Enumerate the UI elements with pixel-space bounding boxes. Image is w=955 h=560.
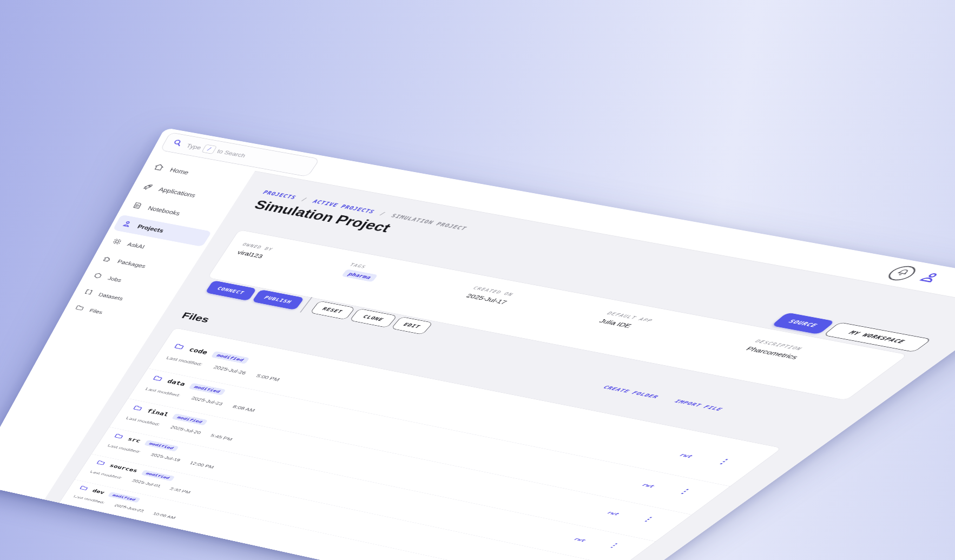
kebab-menu-icon[interactable]: ⋮ bbox=[715, 458, 733, 466]
folder-icon bbox=[74, 304, 86, 313]
search-placeholder: Type / to Search bbox=[185, 141, 248, 160]
kebab-menu-icon[interactable]: ⋮ bbox=[606, 542, 622, 549]
hexagon-icon bbox=[91, 272, 104, 281]
permission-badge: rwt bbox=[678, 452, 694, 459]
file-name[interactable]: src bbox=[127, 436, 142, 444]
modified-badge: modified bbox=[189, 383, 226, 395]
breadcrumb-separator: / bbox=[298, 196, 311, 203]
rocket-icon bbox=[141, 182, 155, 192]
puzzle-icon bbox=[101, 254, 114, 263]
brackets-icon bbox=[82, 288, 95, 297]
bell-icon bbox=[892, 268, 912, 279]
description-field: DESCRIPTION Pharcometrics bbox=[744, 339, 809, 360]
home-icon bbox=[152, 162, 166, 173]
folder-icon bbox=[62, 509, 73, 516]
files-heading: Files bbox=[180, 311, 212, 325]
folder-icon bbox=[95, 459, 107, 467]
file-name[interactable]: code bbox=[188, 346, 209, 355]
permission-badge: rwt bbox=[606, 510, 621, 516]
sidebar-item-label: Files bbox=[88, 308, 103, 315]
folder-icon bbox=[112, 432, 125, 440]
person-icon bbox=[913, 271, 945, 286]
sidebar-item-label: Datasets bbox=[97, 292, 124, 301]
projects-person-icon bbox=[120, 219, 134, 229]
sidebar-item-label: AskAI bbox=[126, 241, 146, 250]
tags-field: TAGS pharma bbox=[341, 262, 384, 282]
modified-badge: modified bbox=[144, 440, 179, 452]
sidebar-item-label: Home bbox=[169, 167, 190, 176]
kebab-menu-icon[interactable]: ⋮ bbox=[676, 487, 694, 495]
permission-badge: rwt bbox=[641, 483, 656, 489]
file-name[interactable]: final bbox=[146, 408, 170, 417]
owned-by-value: viral123 bbox=[236, 249, 269, 260]
file-name[interactable]: protocols bbox=[75, 512, 111, 524]
app-window: Type / to Search bbox=[0, 128, 955, 560]
folder-icon bbox=[78, 485, 90, 492]
create-folder-link[interactable]: CREATE FOLDER bbox=[602, 385, 660, 400]
import-file-link[interactable]: IMPORT FILE bbox=[673, 398, 725, 412]
sidebar-item-label: Applications bbox=[157, 186, 197, 199]
sidebar-item-label: Projects bbox=[136, 223, 165, 234]
default-app-field: DEFAULT APP Julia IDE bbox=[597, 311, 654, 331]
sidebar-item-label: Packages bbox=[116, 259, 147, 269]
tag-badge[interactable]: pharma bbox=[341, 269, 378, 282]
modified-badge: modified bbox=[172, 413, 208, 425]
file-name[interactable]: dev bbox=[91, 488, 106, 495]
kebab-menu-icon[interactable]: ⋮ bbox=[640, 516, 657, 523]
search-icon bbox=[170, 138, 185, 149]
modified-badge: modified bbox=[108, 492, 141, 503]
modified-badge: modified bbox=[141, 470, 175, 481]
sidebar-item-label: Notebooks bbox=[147, 205, 181, 216]
modified-badge: modified bbox=[211, 351, 250, 364]
chip-icon bbox=[110, 237, 124, 246]
folder-icon bbox=[131, 404, 144, 413]
permission-badge: rwt bbox=[573, 537, 587, 542]
breadcrumb-separator: / bbox=[376, 210, 390, 218]
last-modified: Last modified: bbox=[57, 518, 108, 532]
desktop-background: Type / to Search bbox=[0, 0, 955, 560]
slash-key-badge: / bbox=[202, 144, 218, 154]
file-name[interactable]: sources bbox=[109, 463, 139, 473]
notebook-icon bbox=[130, 201, 144, 210]
created-on-field: CREATED ON 2025-Jul-17 bbox=[465, 286, 515, 306]
folder-icon bbox=[150, 374, 164, 384]
owned-by-field: OWNED BY viral123 bbox=[236, 242, 274, 260]
account-button[interactable] bbox=[910, 269, 948, 287]
folder-icon bbox=[172, 342, 186, 352]
sidebar-item-label: Jobs bbox=[107, 275, 122, 283]
modified-badge: modified bbox=[113, 521, 146, 531]
file-name[interactable]: data bbox=[166, 378, 187, 387]
breadcrumb-current: SIMULATION PROJECT bbox=[390, 213, 468, 232]
